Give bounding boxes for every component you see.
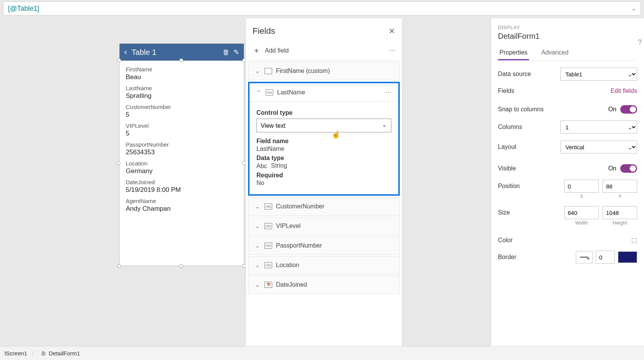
breadcrumb-separator-icon: 〉: [31, 350, 37, 357]
chevron-down-icon: ⌄: [255, 262, 260, 268]
field-row-customernumber[interactable]: ⌄ Abc CustomerNumber: [248, 197, 400, 216]
back-icon[interactable]: ‹: [124, 47, 127, 57]
text-field-icon: Abc: [256, 163, 267, 170]
selection-handle[interactable]: [179, 58, 183, 62]
chevron-down-icon: ⌄: [255, 203, 260, 210]
field-label: PassportNumber: [126, 141, 238, 148]
field-row-lastname[interactable]: ⌃ Abc LastName ⋯: [250, 83, 398, 102]
field-value: 5: [126, 130, 238, 137]
field-row-viplevel[interactable]: ⌄ Abc VIPLevel: [248, 217, 400, 235]
fields-panel: Fields ✕ ＋ Add field ⋯ ⌄ FirstName (cust…: [245, 18, 402, 346]
snap-value: On: [608, 106, 616, 113]
required-label: Required: [256, 172, 391, 179]
control-type-select[interactable]: View text: [256, 119, 391, 132]
field-value: Beau: [126, 73, 238, 81]
data-card-icon: [264, 68, 272, 74]
field-value: Andy Champan: [126, 205, 238, 213]
layout-select[interactable]: Vertical: [560, 140, 637, 154]
border-width-input[interactable]: [596, 251, 615, 264]
color-picker-icon[interactable]: ⬚: [631, 236, 637, 244]
data-source-select[interactable]: Table1: [560, 68, 637, 81]
field-row-label: LastName: [277, 89, 305, 96]
delete-icon[interactable]: 🗑: [223, 48, 230, 56]
data-type-label: Data type: [256, 155, 391, 162]
chevron-down-icon: ⌄: [255, 68, 260, 74]
position-y-input[interactable]: [603, 180, 637, 193]
tab-advanced[interactable]: Advanced: [540, 46, 570, 60]
field-row-location[interactable]: ⌄ Abc Location: [248, 256, 400, 274]
more-icon[interactable]: ⋯: [385, 89, 391, 96]
snap-to-columns-label: Snap to columns: [498, 106, 608, 113]
field-value: Germany: [126, 167, 238, 175]
breadcrumb: lScreen1 〉 🗎 DetailForm1: [5, 350, 80, 357]
height-sublabel: Height: [603, 220, 637, 226]
display-section-label: DISPLAY: [498, 25, 637, 30]
form-field: CustomerNumber 5: [126, 104, 238, 119]
field-row-datejoined[interactable]: ⌄ 📅 DateJoined: [248, 276, 400, 294]
border-style-select[interactable]: ⌄: [576, 251, 593, 263]
selection-handle[interactable]: [117, 264, 121, 268]
fields-panel-title: Fields: [253, 26, 389, 36]
form-field: VIPLevel 5: [126, 122, 238, 137]
size-height-input[interactable]: [603, 206, 637, 219]
visible-toggle[interactable]: [620, 164, 637, 173]
field-row-label: PassportNumber: [276, 242, 322, 249]
field-label: DateJoined: [126, 179, 238, 185]
position-x-input[interactable]: [564, 180, 599, 193]
text-field-icon: Abc: [264, 243, 272, 249]
field-label: CustomerNumber: [126, 104, 238, 110]
selection-handle[interactable]: [179, 264, 183, 268]
add-field-button[interactable]: ＋ Add field ⋯: [246, 41, 402, 61]
close-icon[interactable]: ✕: [389, 26, 395, 36]
snap-to-columns-toggle[interactable]: [620, 105, 637, 114]
edit-icon[interactable]: ✎: [233, 48, 239, 56]
breadcrumb-screen[interactable]: lScreen1: [5, 350, 27, 357]
border-color-swatch[interactable]: [618, 251, 637, 263]
field-row-label: Location: [276, 262, 299, 269]
field-label: Location: [126, 160, 238, 167]
help-icon[interactable]: ?: [638, 38, 642, 46]
data-type-text: String: [271, 162, 287, 169]
breadcrumb-control[interactable]: DetailForm1: [49, 350, 80, 357]
field-row-label: DateJoined: [276, 281, 307, 288]
border-label: Border: [498, 254, 576, 261]
form-field: DateJoined 5/19/2019 8:00 PM: [126, 179, 238, 194]
field-value: 5: [126, 111, 238, 119]
selection-handle[interactable]: [117, 161, 120, 165]
chevron-up-icon: ⌃: [256, 89, 261, 96]
text-field-icon: Abc: [264, 223, 272, 229]
data-type-value: Abc String: [256, 162, 391, 170]
visible-label: Visible: [498, 165, 608, 172]
more-icon[interactable]: ⋯: [389, 47, 395, 54]
field-row-firstname[interactable]: ⌄ FirstName (custom): [248, 62, 400, 80]
control-type-label: Control type: [256, 109, 391, 116]
form-field: PassportNumber 25634353: [126, 141, 238, 156]
properties-panel: ? DISPLAY DetailForm1 Properties Advance…: [491, 18, 644, 346]
formula-bar[interactable]: [@Table1] ⌄: [3, 2, 641, 15]
edit-fields-link[interactable]: Edit fields: [611, 88, 637, 94]
text-field-icon: Abc: [266, 89, 273, 96]
form-body: FirstName Beau LastName Spratling Custom…: [120, 61, 244, 220]
detail-form-card[interactable]: ‹ Table 1 🗑 ✎ FirstName Beau LastName Sp…: [119, 43, 244, 266]
selection-handle[interactable]: [117, 58, 121, 62]
x-sublabel: X: [564, 193, 599, 199]
field-name-label: Field name: [256, 138, 391, 145]
field-value: Spratling: [126, 92, 238, 100]
text-field-icon: Abc: [264, 203, 272, 210]
form-field: AgentName Andy Champan: [126, 198, 238, 213]
field-row-passportnumber[interactable]: ⌄ Abc PassportNumber: [248, 236, 400, 255]
layout-label: Layout: [498, 144, 560, 150]
y-sublabel: Y: [603, 193, 637, 199]
field-name-value: LastName: [256, 145, 391, 152]
plus-icon: ＋: [253, 45, 260, 56]
tab-properties[interactable]: Properties: [498, 46, 529, 60]
form-field: Location Germany: [126, 160, 238, 175]
columns-label: Columns: [498, 124, 560, 130]
field-row-label: CustomerNumber: [276, 203, 324, 210]
form-icon: 🗎: [41, 350, 46, 357]
formula-chevron-down-icon[interactable]: ⌄: [631, 5, 636, 12]
field-label: FirstName: [126, 66, 238, 73]
field-value: 25634353: [126, 149, 238, 156]
size-width-input[interactable]: [564, 206, 599, 219]
columns-select[interactable]: 1: [560, 121, 637, 134]
